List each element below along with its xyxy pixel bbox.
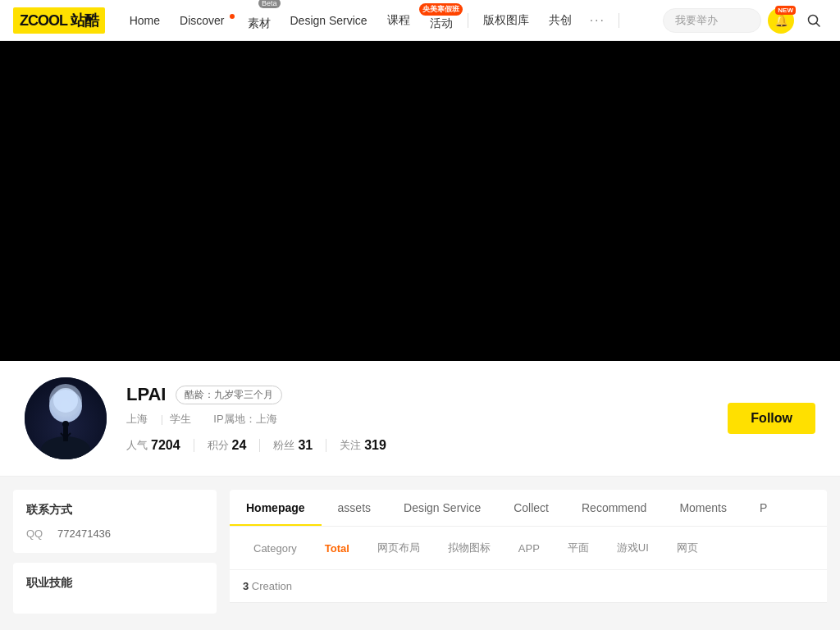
- popularity-value: 7204: [151, 438, 180, 453]
- search-input[interactable]: 我要举办: [663, 8, 761, 33]
- stat-following: 关注 319: [340, 438, 386, 453]
- profile-ip: IP属地：上海: [213, 413, 276, 425]
- creation-label: Creation: [252, 580, 292, 592]
- filter-web-layout[interactable]: 网页布局: [367, 536, 431, 559]
- filter-app[interactable]: APP: [508, 538, 550, 559]
- avatar-svg: [25, 377, 107, 459]
- nav-activities[interactable]: 央美寒假班 活动: [422, 5, 461, 36]
- profile-name: LPAI: [126, 384, 166, 405]
- qq-contact: QQ 772471436: [26, 527, 203, 540]
- follow-button[interactable]: Follow: [728, 403, 815, 434]
- profile-age-badge: 酷龄：九岁零三个月: [176, 386, 282, 404]
- svg-point-6: [62, 421, 69, 427]
- nav-assets[interactable]: Beta 素材: [240, 5, 279, 36]
- filter-skeuomorphic[interactable]: 拟物图标: [437, 536, 501, 559]
- followers-label: 粉丝: [273, 438, 294, 453]
- main-content: 联系方式 QQ 772471436 职业技能 Homepage assets D…: [0, 477, 840, 630]
- logo-text: ZCOOL 站酷: [13, 7, 105, 34]
- popularity-label: 人气: [126, 438, 148, 453]
- main-nav: Home Discover Beta 素材 Design Service 课程 …: [121, 5, 663, 36]
- skills-title: 职业技能: [26, 576, 203, 591]
- svg-point-3: [53, 388, 78, 413]
- logo[interactable]: ZCOOL 站酷: [13, 7, 105, 34]
- beta-badge: Beta: [258, 0, 281, 8]
- avatar-image: [25, 377, 107, 459]
- filter-web[interactable]: 网页: [666, 536, 709, 559]
- skills-card: 职业技能: [13, 563, 217, 614]
- profile-info: LPAI 酷龄：九岁零三个月 上海 | 学生 IP属地：上海 人气 7204 积…: [126, 384, 815, 453]
- stat-sep-2: [259, 439, 260, 452]
- nav-home[interactable]: Home: [121, 9, 168, 32]
- tab-recommend[interactable]: Recommend: [565, 490, 663, 526]
- profile-meta: 上海 | 学生 IP属地：上海: [126, 412, 815, 427]
- nav-more[interactable]: ···: [583, 8, 612, 33]
- qq-label: QQ: [26, 527, 51, 540]
- hero-banner: [0, 41, 840, 361]
- header-right: 我要举办 🔔 NEW: [663, 7, 827, 34]
- tab-homepage[interactable]: Homepage: [230, 490, 322, 526]
- following-value: 319: [364, 438, 386, 453]
- stat-followers: 粉丝 31: [273, 438, 313, 453]
- creation-count: 3 Creation: [230, 570, 827, 603]
- profile-location: 上海: [126, 413, 148, 425]
- avatar: [25, 377, 107, 459]
- nav-cocreate[interactable]: 共创: [541, 8, 580, 33]
- filter-row: Category Total 网页布局 拟物图标 APP 平面 游戏UI 网页: [230, 527, 827, 570]
- filter-total[interactable]: Total: [314, 538, 360, 559]
- contact-title: 联系方式: [26, 503, 203, 518]
- new-badge: NEW: [775, 6, 796, 15]
- contact-card: 联系方式 QQ 772471436: [13, 490, 217, 553]
- profile-section: LPAI 酷龄：九岁零三个月 上海 | 学生 IP属地：上海 人气 7204 积…: [0, 361, 840, 477]
- nav-design-service[interactable]: Design Service: [282, 9, 376, 32]
- svg-line-1: [816, 23, 819, 26]
- activity-badge: 央美寒假班: [419, 3, 463, 16]
- stat-popularity: 人气 7204: [126, 438, 180, 453]
- nav-separator-2: [619, 13, 619, 28]
- discover-dot: [230, 14, 235, 19]
- stat-sep-1: [194, 439, 194, 452]
- tab-moments[interactable]: Moments: [663, 490, 743, 526]
- tabs-bar: Homepage assets Design Service Collect R…: [230, 490, 827, 527]
- header: ZCOOL 站酷 Home Discover Beta 素材 Design Se…: [0, 0, 840, 41]
- sidebar: 联系方式 QQ 772471436 职业技能: [0, 490, 230, 623]
- tab-more[interactable]: P: [743, 490, 783, 526]
- qq-value[interactable]: 772471436: [57, 527, 111, 540]
- stat-points: 积分 24: [208, 438, 247, 453]
- notification-button[interactable]: 🔔 NEW: [768, 7, 794, 34]
- nav-discover[interactable]: Discover: [171, 9, 235, 32]
- points-value: 24: [232, 438, 247, 453]
- followers-value: 31: [298, 438, 313, 453]
- nav-courses[interactable]: 课程: [379, 8, 418, 33]
- profile-stats: 人气 7204 积分 24 粉丝 31 关注 319: [126, 438, 815, 453]
- notification-icon: 🔔: [774, 14, 788, 27]
- following-label: 关注: [340, 438, 361, 453]
- tab-assets[interactable]: assets: [322, 490, 387, 526]
- filter-category[interactable]: Category: [243, 538, 308, 559]
- filter-flat[interactable]: 平面: [557, 536, 600, 559]
- profile-name-row: LPAI 酷龄：九岁零三个月: [126, 384, 815, 405]
- points-label: 积分: [208, 438, 229, 453]
- search-icon: [806, 13, 821, 28]
- nav-separator-1: [468, 13, 468, 28]
- tab-design-service[interactable]: Design Service: [387, 490, 497, 526]
- tab-collect[interactable]: Collect: [497, 490, 565, 526]
- creation-number: 3: [243, 580, 249, 592]
- search-button[interactable]: [801, 7, 827, 34]
- stat-sep-3: [326, 439, 326, 452]
- nav-copyright[interactable]: 版权图库: [475, 8, 537, 33]
- content-area: Homepage assets Design Service Collect R…: [230, 490, 840, 623]
- profile-role: 学生: [170, 413, 191, 425]
- filter-game-ui[interactable]: 游戏UI: [606, 536, 660, 559]
